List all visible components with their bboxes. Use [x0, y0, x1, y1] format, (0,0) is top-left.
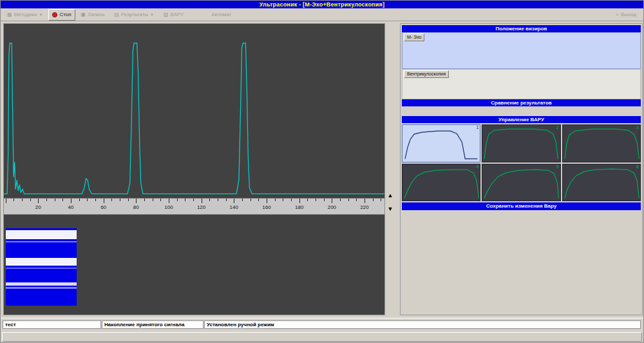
ruler-tick [62, 199, 63, 201]
tgc-curve [565, 169, 639, 198]
exit-button[interactable]: × Выход [612, 9, 640, 21]
bmode-image [6, 228, 77, 306]
ruler-tick [324, 199, 325, 201]
compare-results-button[interactable]: Сравнение результатов [402, 99, 641, 106]
tgc-panel-number: 2 [556, 125, 559, 130]
ruler-tick [160, 199, 161, 201]
record-button-label: Запись [88, 12, 104, 17]
tgc-curve-svg [563, 125, 640, 162]
ruler-label: 60 [100, 204, 106, 210]
tgc-panel-6[interactable]: 6 [562, 164, 641, 202]
echo-lower-area [4, 215, 384, 315]
title-bar: Ультрасоник - [М-Эхо+Вентрикулоскопия] [1, 1, 643, 8]
ruler-tick [169, 199, 169, 203]
stop-icon [52, 12, 57, 17]
toolbar: ▦ Методики ▼ Стоп ▣ Запись ▤ Результаты … [1, 8, 643, 21]
tgc-panel-4[interactable]: 4 [402, 164, 480, 202]
echo-waveform-svg [4, 24, 384, 198]
tgc-panel-2[interactable]: 2 [482, 124, 560, 162]
ruler-tick [291, 199, 292, 201]
ruler-tick [348, 199, 349, 201]
ruler-tick [185, 199, 185, 201]
dropdown-arrow-icon: ▼ [39, 13, 43, 17]
ruler-label: 80 [133, 204, 139, 210]
ruler-tick [299, 199, 300, 203]
save-varu-button[interactable]: Сохранить изменения Вару [402, 202, 641, 210]
tgc-curve [565, 129, 639, 159]
varu-button[interactable]: ▧ ВАРУ [160, 9, 187, 21]
ruler-tick [258, 199, 259, 201]
ruler-label: 160 [262, 204, 270, 210]
methods-icon: ▦ [7, 12, 12, 17]
scroll-down-button[interactable]: ▼ [386, 204, 395, 214]
ruler-tick [95, 199, 96, 201]
echo-trace [4, 43, 384, 194]
status-bar: тест Накопление принятого сигнала Устано… [1, 318, 643, 331]
ruler-tick [71, 199, 71, 203]
tgc-curve-svg [563, 164, 640, 201]
ruler-tick [38, 199, 39, 203]
ruler-tick [373, 199, 374, 201]
bmode-stripe [6, 268, 77, 269]
tgc-panel-5[interactable]: 5 [482, 164, 560, 202]
tgc-panel-3[interactable]: 3 [562, 124, 641, 162]
ruler-tick [340, 199, 341, 201]
bmode-stripe [6, 241, 77, 242]
varu-button-label: ВАРУ [171, 12, 184, 17]
ruler-tick [120, 199, 120, 201]
ventriculoscopy-button[interactable]: Вентрикулоскопия [404, 70, 449, 78]
mecho-button[interactable]: М- Эхо [404, 34, 424, 41]
record-button[interactable]: ▣ Запись [77, 9, 109, 21]
varu-icon: ▧ [164, 12, 169, 17]
ruler-tick [283, 199, 283, 201]
ruler-label: 140 [230, 204, 238, 210]
app-window: Ультрасоник - [М-Эхо+Вентрикулоскопия] ▦… [0, 0, 644, 343]
record-icon: ▣ [81, 12, 86, 17]
results-button-label: Результаты [121, 12, 148, 17]
status-cell-mode: Установлен ручной режим [204, 320, 641, 329]
status-cell-patient: тест [3, 320, 101, 329]
ruler-tick [30, 199, 31, 201]
ruler-tick [153, 199, 153, 201]
results-icon: ▤ [114, 12, 119, 17]
bmode-stripe [6, 230, 77, 239]
results-button[interactable]: ▤ Результаты ▼ [110, 9, 158, 21]
ruler-tick [209, 199, 210, 201]
tgc-panel-number: 1 [476, 125, 478, 130]
ruler-tick [267, 199, 267, 203]
viziers-area: М- Эхо [402, 32, 641, 69]
echo-plot-area[interactable] [4, 24, 384, 198]
ruler-tick [104, 199, 104, 203]
tgc-curve-svg [482, 125, 560, 162]
stop-button[interactable]: Стоп [48, 9, 75, 21]
ruler-tick [234, 199, 234, 203]
scroll-up-button[interactable]: ▲ [386, 191, 395, 201]
varu-control-header: Управление ВАРУ [402, 116, 641, 123]
ruler-label: 180 [295, 204, 303, 210]
bottom-bar [2, 332, 642, 342]
status-cell-signal: Накопление принятого сигнала [102, 320, 204, 329]
ruler-label: 120 [197, 204, 205, 210]
bmode-stripe [6, 282, 77, 286]
tgc-curve-svg [402, 125, 480, 162]
ventriculoscopy-area: Вентрикулоскопия [402, 69, 641, 99]
ruler-tick [128, 199, 129, 201]
tgc-curve [405, 131, 477, 159]
ruler-tick [136, 199, 137, 203]
ruler-tick [251, 199, 251, 201]
automat-button[interactable]: Автомат [207, 9, 235, 21]
methods-button-label: Методики [14, 12, 37, 17]
ruler-tick [226, 199, 227, 201]
tgc-curve [484, 129, 558, 159]
ruler-tick [22, 199, 23, 201]
bmode-stripe [6, 258, 77, 266]
ruler-tick [242, 199, 243, 201]
ruler-tick [381, 199, 381, 201]
tgc-grid: 123456 [402, 124, 641, 201]
ruler-tick [218, 199, 218, 201]
ruler-tick [365, 199, 365, 203]
ruler-tick [316, 199, 316, 201]
ruler-tick [79, 199, 80, 201]
tgc-panel-1[interactable]: 1 [402, 124, 480, 162]
methods-button[interactable]: ▦ Методики ▼ [3, 9, 46, 21]
